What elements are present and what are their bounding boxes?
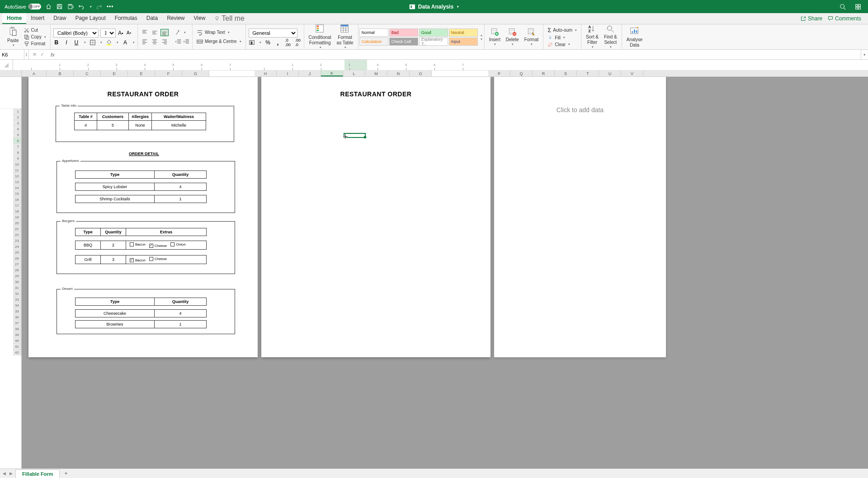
wrap-text-button[interactable]: Wrap Text▾ — [195, 29, 243, 36]
style-normal[interactable]: Normal — [359, 28, 388, 37]
col-header-H[interactable]: H — [255, 71, 277, 76]
col-header-I[interactable]: I — [277, 71, 299, 76]
align-bottom-button[interactable] — [160, 29, 169, 36]
format-as-table-button[interactable]: Format as Table▾ — [335, 23, 355, 50]
delete-cells-button[interactable]: Delete▾ — [504, 26, 521, 47]
col-header-J[interactable]: J — [299, 71, 321, 76]
decrease-indent-button[interactable] — [175, 38, 181, 45]
copy-button[interactable]: Copy▾ — [23, 34, 47, 40]
formula-input[interactable] — [55, 51, 861, 58]
cell-styles-gallery[interactable]: NormalBadGoodNeutral CalculationCheck Ce… — [359, 28, 478, 46]
col-header-N[interactable]: N — [387, 71, 410, 76]
col-header-B[interactable]: B — [47, 71, 74, 76]
merge-centre-button[interactable]: Merge & Centre▾ — [195, 38, 243, 45]
style-good[interactable]: Good — [419, 28, 448, 37]
font-color-button[interactable]: A — [122, 39, 128, 46]
bold-button[interactable]: B — [53, 39, 60, 46]
fx-icon[interactable]: fx — [51, 52, 55, 57]
font-size-select[interactable]: 12 — [100, 28, 116, 38]
autosave-toggle[interactable]: AutoSave OFF — [5, 4, 41, 9]
paste-button[interactable]: Paste ▾ — [5, 25, 21, 48]
style-checkcell[interactable]: Check Cell — [389, 38, 418, 46]
col-header-V[interactable]: V — [621, 71, 643, 76]
style-neutral[interactable]: Neutral — [449, 28, 478, 37]
menu-view[interactable]: View — [189, 13, 210, 24]
align-left-button[interactable] — [141, 38, 149, 45]
increase-font-icon[interactable]: A▴ — [118, 30, 124, 36]
menu-formulas[interactable]: Formulas — [110, 13, 142, 24]
undo-icon[interactable] — [78, 4, 85, 10]
align-top-button[interactable] — [141, 29, 149, 36]
gallery-up-icon[interactable]: ▴ — [481, 33, 482, 37]
col-header-F[interactable]: F — [155, 71, 182, 76]
col-header-D[interactable]: D — [101, 71, 128, 76]
home-icon[interactable] — [46, 4, 52, 10]
orientation-button[interactable] — [175, 29, 181, 36]
style-input[interactable]: Input — [449, 38, 478, 46]
col-header-K[interactable]: K — [321, 71, 343, 76]
comma-button[interactable]: , — [275, 39, 281, 46]
format-painter-button[interactable]: Format — [23, 41, 47, 47]
save-icon[interactable] — [57, 4, 63, 10]
search-icon[interactable] — [840, 4, 846, 10]
autosum-button[interactable]: ΣAuto-sum▾ — [546, 26, 578, 34]
increase-decimal-button[interactable]: .0.00 — [285, 39, 291, 46]
style-calculation[interactable]: Calculation — [359, 38, 388, 46]
expand-formula-icon[interactable]: ▾ — [861, 50, 868, 59]
ribbon-options-icon[interactable] — [855, 4, 861, 10]
border-button[interactable] — [90, 39, 96, 46]
col-header-P[interactable]: P — [488, 71, 510, 76]
col-header-A[interactable]: A — [22, 71, 47, 76]
decrease-font-icon[interactable]: A▾ — [126, 30, 132, 36]
analyse-data-button[interactable]: Analyse Data — [625, 25, 645, 49]
doc-title[interactable]: Data Analysis ▾ — [409, 4, 459, 10]
menu-insert[interactable]: Insert — [26, 13, 49, 24]
percent-button[interactable]: % — [265, 39, 271, 46]
col-header-O[interactable]: O — [410, 71, 432, 76]
menu-data[interactable]: Data — [142, 13, 162, 24]
menu-review[interactable]: Review — [162, 13, 189, 24]
gallery-down-icon[interactable]: ▾ — [481, 37, 482, 41]
accounting-format-button[interactable]: $ — [249, 39, 255, 46]
cut-button[interactable]: Cut — [23, 27, 47, 33]
number-format-select[interactable]: General — [249, 28, 297, 38]
menu-draw[interactable]: Draw — [49, 13, 71, 24]
insert-cells-button[interactable]: Insert▾ — [487, 26, 502, 47]
col-header-S[interactable]: S — [555, 71, 577, 76]
menu-home[interactable]: Home — [2, 13, 26, 24]
col-header-C[interactable]: C — [74, 71, 101, 76]
align-center-button[interactable] — [151, 38, 159, 45]
autosave-cloud-icon[interactable] — [67, 4, 74, 10]
conditional-formatting-button[interactable]: Conditional Formatting▾ — [307, 23, 333, 50]
col-header-L[interactable]: L — [343, 71, 365, 76]
decrease-decimal-button[interactable]: .00.0 — [295, 39, 301, 46]
col-header-Q[interactable]: Q — [510, 71, 533, 76]
italic-button[interactable]: I — [63, 39, 70, 46]
col-header-T[interactable]: T — [577, 71, 599, 76]
name-box[interactable] — [0, 50, 24, 59]
increase-indent-button[interactable] — [183, 38, 189, 45]
cancel-formula-icon[interactable]: ✕ — [33, 52, 37, 57]
fill-color-button[interactable] — [106, 39, 112, 46]
ruler-corner-icon[interactable] — [0, 60, 13, 70]
align-middle-button[interactable] — [151, 29, 159, 36]
col-header-M[interactable]: M — [365, 71, 387, 76]
more-icon[interactable]: ••• — [107, 4, 113, 10]
underline-button[interactable]: U — [73, 39, 80, 46]
accept-formula-icon[interactable]: ✓ — [40, 52, 44, 57]
col-header-R[interactable]: R — [533, 71, 555, 76]
comments-button[interactable]: Comments — [828, 15, 861, 22]
tell-me[interactable]: Tell me — [214, 14, 245, 23]
style-bad[interactable]: Bad — [389, 28, 418, 37]
format-cells-button[interactable]: Format▾ — [523, 26, 541, 47]
share-button[interactable]: Share — [801, 15, 822, 22]
clear-button[interactable]: Clear▾ — [546, 41, 578, 47]
col-header-E[interactable]: E — [128, 71, 155, 76]
fill-button[interactable]: Fill▾ — [546, 34, 578, 41]
sort-filter-button[interactable]: AZ Sort & Filter▾ — [584, 24, 600, 50]
redo-icon[interactable] — [96, 4, 103, 10]
find-select-button[interactable]: Find & Select▾ — [602, 24, 619, 50]
align-right-button[interactable] — [160, 38, 169, 45]
col-header-G[interactable]: G — [182, 71, 209, 76]
col-header-U[interactable]: U — [599, 71, 621, 76]
